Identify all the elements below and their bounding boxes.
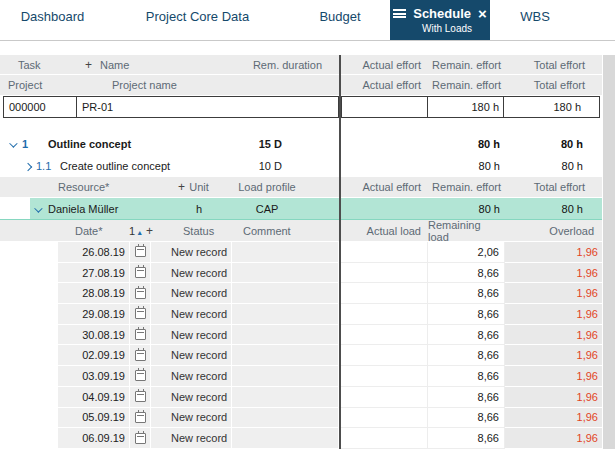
task-remain-effort[interactable]: 80 h bbox=[428, 155, 505, 177]
tab-project-core-data[interactable]: Project Core Data bbox=[105, 0, 290, 40]
task-remain-effort[interactable]: 80 h bbox=[428, 133, 505, 155]
date-cell[interactable]: 03.09.19 bbox=[58, 366, 130, 387]
actual-load-cell[interactable] bbox=[341, 408, 428, 429]
add-task-button[interactable]: + bbox=[85, 58, 92, 72]
column-header-resource: Resource* bbox=[58, 181, 109, 193]
actual-load-cell[interactable] bbox=[341, 242, 428, 263]
task-actual-effort[interactable] bbox=[341, 155, 428, 177]
actual-load-cell[interactable] bbox=[341, 387, 428, 408]
sort-indicator[interactable]: 1▲ bbox=[129, 225, 143, 237]
tab-budget[interactable]: Budget bbox=[290, 0, 390, 40]
calendar-icon[interactable] bbox=[135, 370, 146, 381]
vertical-scrollbar[interactable] bbox=[602, 55, 615, 449]
actual-load-cell[interactable] bbox=[341, 325, 428, 346]
resource-row[interactable]: Daniela Müller h CAP 80 h 80 h bbox=[0, 198, 602, 220]
calendar-cell[interactable] bbox=[130, 304, 151, 325]
project-total-effort-field[interactable]: 180 h bbox=[503, 96, 600, 118]
task-total-effort[interactable]: 80 h bbox=[505, 133, 602, 155]
remaining-load-cell[interactable]: 8,66 bbox=[428, 366, 505, 387]
comment-cell[interactable] bbox=[232, 242, 339, 263]
calendar-icon[interactable] bbox=[135, 350, 146, 361]
calendar-cell[interactable] bbox=[130, 242, 151, 263]
tab-dashboard[interactable]: Dashboard bbox=[0, 0, 105, 40]
row-indent bbox=[0, 325, 58, 346]
project-actual-effort-field[interactable] bbox=[341, 96, 428, 118]
task-row[interactable]: 1 Outline concept 15 D 80 h 80 h bbox=[0, 133, 602, 155]
date-cell[interactable]: 04.09.19 bbox=[58, 387, 130, 408]
chevron-down-icon[interactable] bbox=[34, 204, 42, 212]
calendar-cell[interactable] bbox=[130, 283, 151, 304]
task-row[interactable]: 1.1 Create outline concept 10 D 80 h 80 … bbox=[0, 155, 602, 177]
add-resource-button[interactable]: + bbox=[178, 180, 185, 194]
remaining-load-cell[interactable]: 8,66 bbox=[428, 325, 505, 346]
date-cell[interactable]: 28.08.19 bbox=[58, 283, 130, 304]
comment-cell[interactable] bbox=[232, 428, 339, 449]
calendar-cell[interactable] bbox=[130, 366, 151, 387]
comment-cell[interactable] bbox=[232, 345, 339, 366]
calendar-icon[interactable] bbox=[135, 246, 146, 257]
remaining-load-cell[interactable]: 8,66 bbox=[428, 263, 505, 284]
status-cell: New record bbox=[151, 242, 232, 263]
comment-cell[interactable] bbox=[232, 408, 339, 429]
chevron-down-icon[interactable] bbox=[9, 139, 17, 147]
actual-load-cell[interactable] bbox=[341, 283, 428, 304]
chevron-right-icon[interactable] bbox=[24, 163, 32, 171]
comment-cell[interactable] bbox=[232, 283, 339, 304]
section-divider bbox=[339, 55, 341, 449]
remaining-load-cell[interactable]: 8,66 bbox=[428, 345, 505, 366]
actual-load-cell[interactable] bbox=[341, 304, 428, 325]
project-id-field[interactable]: 000000 bbox=[3, 96, 77, 118]
calendar-cell[interactable] bbox=[130, 387, 151, 408]
tab-sublabel: With Loads bbox=[390, 23, 490, 34]
calendar-icon[interactable] bbox=[135, 267, 146, 278]
calendar-icon[interactable] bbox=[135, 308, 146, 319]
date-cell[interactable]: 02.09.19 bbox=[58, 345, 130, 366]
add-load-row-button[interactable]: + bbox=[146, 224, 153, 238]
date-cell[interactable]: 30.08.19 bbox=[58, 325, 130, 346]
date-cell[interactable]: 29.08.19 bbox=[58, 304, 130, 325]
menu-icon[interactable] bbox=[393, 9, 406, 18]
calendar-icon[interactable] bbox=[135, 433, 146, 444]
actual-load-cell[interactable] bbox=[341, 263, 428, 284]
actual-load-cell[interactable] bbox=[341, 345, 428, 366]
resource-total-effort[interactable]: 80 h bbox=[505, 198, 602, 219]
actual-load-cell[interactable] bbox=[341, 366, 428, 387]
calendar-icon[interactable] bbox=[135, 329, 146, 340]
remaining-load-cell[interactable]: 8,66 bbox=[428, 283, 505, 304]
tab-schedule[interactable]: Schedule × With Loads bbox=[390, 0, 490, 40]
actual-load-cell[interactable] bbox=[341, 428, 428, 449]
tab-label: Project Core Data bbox=[146, 9, 249, 24]
status-cell: New record bbox=[151, 325, 232, 346]
remaining-load-cell[interactable]: 8,66 bbox=[428, 304, 505, 325]
calendar-cell[interactable] bbox=[130, 325, 151, 346]
date-cell[interactable]: 05.09.19 bbox=[58, 408, 130, 429]
project-name-field[interactable]: PR-01 bbox=[76, 96, 339, 118]
calendar-icon[interactable] bbox=[135, 288, 146, 299]
date-cell[interactable]: 27.08.19 bbox=[58, 263, 130, 284]
comment-cell[interactable] bbox=[232, 263, 339, 284]
comment-cell[interactable] bbox=[232, 304, 339, 325]
resource-actual-effort[interactable] bbox=[341, 198, 428, 219]
calendar-cell[interactable] bbox=[130, 263, 151, 284]
date-cell[interactable]: 26.08.19 bbox=[58, 242, 130, 263]
remaining-load-cell[interactable]: 8,66 bbox=[428, 428, 505, 449]
close-icon[interactable]: × bbox=[478, 6, 487, 21]
task-total-effort[interactable]: 80 h bbox=[505, 155, 602, 177]
calendar-cell[interactable] bbox=[130, 428, 151, 449]
column-header-comment: Comment bbox=[243, 225, 291, 237]
calendar-cell[interactable] bbox=[130, 408, 151, 429]
calendar-cell[interactable] bbox=[130, 345, 151, 366]
remaining-load-cell[interactable]: 8,66 bbox=[428, 387, 505, 408]
calendar-icon[interactable] bbox=[135, 412, 146, 423]
comment-cell[interactable] bbox=[232, 325, 339, 346]
tab-wbs[interactable]: WBS bbox=[490, 0, 580, 40]
project-remain-effort-field[interactable]: 180 h bbox=[427, 96, 504, 118]
task-actual-effort[interactable] bbox=[341, 133, 428, 155]
remaining-load-cell[interactable]: 8,66 bbox=[428, 408, 505, 429]
comment-cell[interactable] bbox=[232, 366, 339, 387]
resource-remain-effort[interactable]: 80 h bbox=[428, 198, 505, 219]
calendar-icon[interactable] bbox=[135, 391, 146, 402]
date-cell[interactable]: 06.09.19 bbox=[58, 428, 130, 449]
comment-cell[interactable] bbox=[232, 387, 339, 408]
remaining-load-cell[interactable]: 2,06 bbox=[428, 242, 505, 263]
